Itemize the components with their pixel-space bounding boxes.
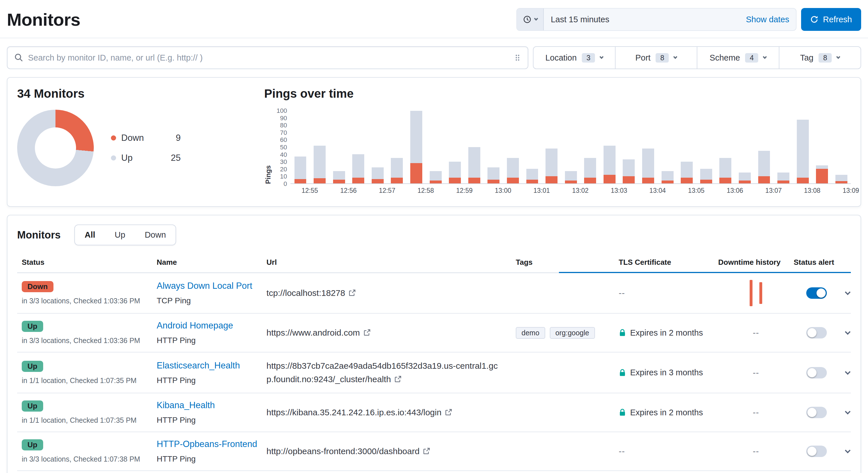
downtime-history-cell: -- (718, 446, 794, 456)
search-input[interactable] (24, 53, 514, 63)
downtime-history-cell: -- (718, 328, 794, 338)
monitor-type: TCP Ping (157, 296, 191, 305)
status-detail: in 3/3 locations, Checked 1:03:36 PM (22, 297, 140, 305)
status-alert-toggle[interactable] (806, 288, 827, 299)
monitor-url-text: http://opbeans-frontend:3000/dashboard (267, 446, 420, 456)
pings-bar (835, 111, 847, 183)
pings-bar (642, 111, 654, 183)
filter-tag[interactable]: Tag 8 (779, 47, 861, 69)
pings-bar (352, 111, 364, 183)
status-badge: Up (22, 439, 43, 450)
x-tick-label: 13:08 (804, 187, 820, 195)
filter-location-count: 3 (582, 53, 595, 63)
monitor-type: HTTP Ping (157, 376, 195, 385)
x-tick-label: 12:58 (417, 187, 434, 195)
monitor-url-link[interactable]: https://8b37cb7ca2ae49ada54db165f32d3a19… (267, 361, 498, 384)
pings-bar (526, 111, 538, 183)
monitor-name-link[interactable]: HTTP-Opbeans-Frontend (157, 439, 257, 449)
status-badge: Up (22, 400, 43, 412)
monitor-name-link[interactable]: Elasticsearch_Health (157, 361, 240, 371)
monitor-url-text: tcp://localhost:18278 (267, 288, 345, 298)
filter-down-button[interactable]: Down (135, 225, 176, 245)
x-tick-label: 13:09 (842, 187, 859, 195)
monitor-url-link[interactable]: https://www.android.com (267, 328, 371, 337)
tls-expiry-text: Expires in 2 months (630, 328, 703, 338)
monitor-type: HTTP Ping (157, 454, 195, 464)
toggle-knob (807, 447, 816, 456)
pings-bar (488, 111, 499, 183)
pings-bar (410, 111, 422, 183)
monitor-url-link[interactable]: https://kibana.35.241.242.16.ip.es.io:44… (267, 408, 452, 417)
filter-all-button[interactable]: All (75, 225, 105, 245)
query-menu-icon[interactable] (514, 53, 521, 62)
filter-location[interactable]: Location 3 (533, 47, 615, 69)
pings-bar (468, 111, 480, 183)
filter-scheme-count: 4 (745, 53, 758, 63)
pings-bar (719, 111, 731, 183)
tls-expiry-text: Expires in 3 months (630, 368, 703, 377)
pings-bar (816, 111, 828, 183)
x-tick-label: 13:06 (727, 187, 743, 195)
filter-scheme[interactable]: Scheme 4 (697, 47, 779, 69)
expand-row-chevron-icon[interactable] (845, 409, 850, 414)
y-tick-label: 100 (276, 107, 287, 114)
status-badge: Up (22, 361, 43, 372)
y-tick-label: 90 (280, 114, 287, 122)
pings-bar (681, 111, 693, 183)
monitor-name-link[interactable]: Android Homepage (157, 320, 233, 331)
pings-bar (623, 111, 635, 183)
pings-bar (372, 111, 384, 183)
pings-bar (758, 111, 770, 183)
empty-value-dashes: -- (753, 368, 759, 378)
date-quick-select-button[interactable] (517, 8, 544, 30)
refresh-button[interactable]: Refresh (801, 8, 861, 31)
tag-badge[interactable]: demo (516, 327, 545, 339)
empty-value-dashes: -- (753, 408, 759, 417)
pings-bar (507, 111, 519, 183)
status-alert-toggle[interactable] (806, 367, 827, 378)
expand-row-chevron-icon[interactable] (845, 447, 850, 453)
filter-port[interactable]: Port 8 (615, 47, 697, 69)
column-header-name: Name (157, 258, 267, 267)
y-tick-label: 60 (280, 136, 287, 144)
donut-legend: Down 9 Up 25 (111, 133, 181, 163)
table-header-row: Status Name Url Tags TLS Certificate Dow… (17, 255, 851, 273)
tag-badge[interactable]: org:google (550, 327, 595, 339)
pings-y-ticks: 0102030405060708090100 (272, 111, 290, 184)
downtime-history-cell (718, 280, 794, 306)
pings-bar (546, 111, 558, 183)
monitor-url-link[interactable]: tcp://localhost:18278 (267, 288, 356, 298)
show-dates-button[interactable]: Show dates (739, 15, 796, 24)
legend-item-down[interactable]: Down 9 (111, 133, 181, 143)
y-tick-label: 0 (284, 180, 287, 188)
legend-item-up[interactable]: Up 25 (111, 153, 181, 163)
status-alert-toggle[interactable] (806, 327, 827, 338)
column-header-tags: Tags (516, 258, 619, 267)
expand-row-chevron-icon[interactable] (845, 289, 850, 295)
pings-bar (584, 111, 596, 183)
time-range-value[interactable]: Last 15 minutes (544, 15, 739, 24)
status-alert-toggle[interactable] (806, 407, 827, 418)
filter-scheme-label: Scheme (710, 53, 740, 63)
pings-bar (565, 111, 577, 183)
clock-icon (523, 15, 532, 24)
refresh-icon (810, 15, 818, 24)
expand-row-chevron-icon[interactable] (845, 329, 850, 335)
monitor-name-link[interactable]: Always Down Local Port (157, 281, 252, 291)
status-detail: in 3/3 locations, Checked 1:03:36 PM (22, 336, 140, 345)
pings-bar (430, 111, 442, 183)
filter-up-button[interactable]: Up (105, 225, 135, 245)
tls-certificate-cell: -- (619, 446, 718, 456)
x-tick-label: 12:57 (379, 187, 395, 195)
external-link-icon (363, 329, 371, 336)
table-row: Up in 1/1 location, Checked 1:07:35 PM K… (17, 393, 851, 432)
monitor-type: HTTP Ping (157, 336, 195, 345)
monitor-name-link[interactable]: Kibana_Health (157, 400, 215, 410)
tls-lock-icon (619, 369, 626, 377)
page-title: Monitors (7, 9, 80, 30)
expand-row-chevron-icon[interactable] (845, 369, 850, 375)
tags-cell: demoorg:google (516, 327, 619, 339)
monitor-url-link[interactable]: http://opbeans-frontend:3000/dashboard (267, 446, 430, 456)
downtime-spark-bar (750, 280, 752, 306)
status-alert-toggle[interactable] (806, 446, 827, 457)
